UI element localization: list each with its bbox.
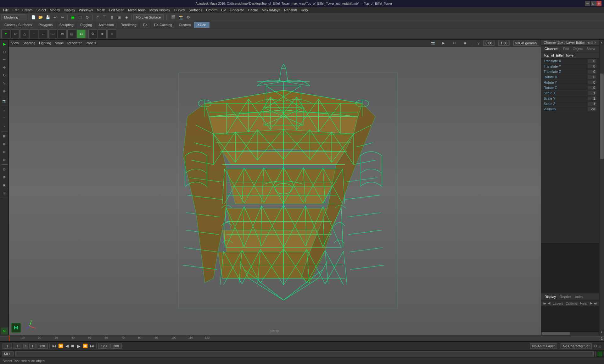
menu-help[interactable]: Help	[299, 8, 310, 13]
minimize-button[interactable]: ─	[585, 1, 590, 6]
channel-row-rx[interactable]: Rotate X 0	[541, 74, 599, 80]
no-live-surface-btn[interactable]: No Live Surface	[133, 14, 164, 20]
menu-edit-mesh[interactable]: Edit Mesh	[107, 8, 126, 13]
snap-curve-lt[interactable]: ⌒	[1, 115, 8, 122]
cb-tab-object[interactable]: Object	[572, 47, 584, 51]
panel-layout1[interactable]: ▦	[1, 132, 8, 140]
rscroll-thumb[interactable]	[600, 74, 604, 159]
panel-layout3[interactable]: ▥	[1, 148, 8, 156]
layer-tab-render[interactable]: Render	[559, 295, 572, 299]
move-tool[interactable]: ✛	[1, 64, 8, 71]
shelf-icon-6[interactable]: ⛀	[48, 30, 57, 38]
channel-box-collapse-btn[interactable]: ◀	[587, 41, 590, 44]
channel-row-sy[interactable]: Scale Y 1	[541, 96, 599, 101]
render-btn3[interactable]: ⚙	[185, 14, 192, 21]
layer-help-btn[interactable]: Help	[580, 301, 587, 305]
play-fwd-btn[interactable]: ▶	[76, 344, 81, 349]
vp-icon-wireframe[interactable]: ⊡	[451, 40, 458, 47]
menu-select[interactable]: Select	[35, 8, 48, 13]
shelf-icon-7[interactable]: ⊗	[58, 30, 67, 38]
menu-generate[interactable]: Generate	[228, 8, 246, 13]
menu-display[interactable]: Display	[62, 8, 77, 13]
anim-layer-dropdown[interactable]: No Anim Layer	[530, 343, 557, 349]
snap-curve-btn[interactable]: ⌒	[101, 14, 108, 21]
channel-row-tz[interactable]: Translate Z 0	[541, 69, 599, 74]
layer-nav-prev[interactable]: ◀	[548, 301, 550, 305]
character-set-dropdown[interactable]: No Character Set	[561, 343, 592, 349]
new-file-btn[interactable]: 📄	[30, 14, 37, 21]
menu-mesh-tools[interactable]: Mesh Tools	[126, 8, 147, 13]
lasso-select-btn[interactable]: ⬚	[76, 14, 83, 21]
viewport-view-menu[interactable]: View	[11, 41, 19, 45]
snap-view-btn[interactable]: ⊞	[116, 14, 123, 21]
shelf-tab-curves-surfaces[interactable]: Curves / Surfaces	[1, 22, 35, 28]
shelf-tab-custom[interactable]: Custom	[176, 22, 194, 28]
shelf-icon-10[interactable]: ⚙	[88, 30, 97, 38]
shelf-icon-4[interactable]: ↕	[30, 30, 38, 38]
channel-box-float-btn[interactable]: ⊡	[590, 41, 593, 44]
channel-row-tx[interactable]: Translate X 0	[541, 58, 599, 64]
layer-tab-anim[interactable]: Anim	[574, 295, 584, 299]
panel-layout4[interactable]: ▧	[1, 156, 8, 163]
preferences-btn[interactable]: ⚙	[594, 344, 597, 348]
shelf-tab-fx-caching[interactable]: FX Caching	[151, 22, 176, 28]
snap-point-btn[interactable]: ⊕	[109, 14, 115, 21]
layer-options-menu[interactable]: Layers	[553, 301, 563, 305]
shelf-tab-rendering[interactable]: Rendering	[117, 22, 140, 28]
snap-grid-lt[interactable]: #	[1, 107, 8, 114]
mode-dropdown[interactable]: Modeling	[1, 14, 26, 20]
stop-btn[interactable]: ⏹	[70, 344, 76, 348]
vp-icon-camera[interactable]: 📷	[429, 40, 436, 47]
vp-gamma-value1[interactable]: 0.00	[483, 41, 495, 46]
menu-redshift[interactable]: Redshift	[282, 8, 299, 13]
step-back-btn[interactable]: ⏪	[58, 344, 64, 348]
rotate-tool[interactable]: ↻	[1, 72, 8, 79]
layer-nav-first[interactable]: ⏮	[543, 301, 546, 305]
paint-select-btn[interactable]: ⊙	[84, 14, 91, 21]
maximize-button[interactable]: □	[591, 1, 596, 6]
vp-colorspace-dropdown[interactable]: sRGB gamma	[513, 41, 538, 46]
channel-row-vis[interactable]: Visibility on	[541, 107, 599, 112]
viewport-shading-menu[interactable]: Shading	[23, 41, 35, 45]
right-scroll-track[interactable]	[542, 332, 598, 335]
menu-mesh[interactable]: Mesh	[95, 8, 107, 13]
channel-row-ty[interactable]: Translate Y 0	[541, 64, 599, 69]
render-btn2[interactable]: 📸	[177, 14, 184, 21]
shelf-icon-8[interactable]: ▤	[67, 30, 76, 38]
close-button[interactable]: ✕	[596, 1, 601, 6]
shelf-tab-animation[interactable]: Animation	[95, 22, 117, 28]
playback-speed-btn[interactable]: ⊞	[598, 344, 601, 348]
channel-box-close-btn[interactable]: ✕	[594, 41, 596, 44]
layer-options-btn[interactable]: Options	[566, 301, 578, 305]
open-file-btn[interactable]: 📂	[37, 14, 44, 21]
shelf-icon-2[interactable]: ⊙	[11, 30, 20, 38]
viewport-lighting-menu[interactable]: Lighting	[39, 41, 51, 45]
mel-python-toggle[interactable]: MEL	[2, 351, 14, 356]
shelf-icon-1[interactable]: ✦	[1, 30, 10, 38]
timeline-row[interactable]: 10 20 30 40 50 60 70 80 90 100 110 120 1	[0, 335, 604, 341]
vp-icon-smooth[interactable]: ◉	[461, 40, 468, 47]
shelf-icon-9[interactable]: ⊡	[77, 30, 86, 38]
menu-surfaces[interactable]: Surfaces	[187, 8, 204, 13]
layer-tab-display[interactable]: Display	[544, 295, 557, 299]
cb-tab-edit[interactable]: Edit	[562, 47, 570, 51]
display-settings4[interactable]: ◫	[1, 189, 8, 197]
shelf-tab-sculpting[interactable]: Sculpting	[56, 22, 77, 28]
render-btn1[interactable]: 🎬	[170, 14, 176, 21]
go-start-btn[interactable]: ⏮	[51, 344, 57, 348]
menu-edit[interactable]: Edit	[11, 8, 20, 13]
menu-cache[interactable]: Cache	[246, 8, 260, 13]
universal-manip[interactable]: ⊕	[1, 87, 8, 95]
menu-create[interactable]: Create	[20, 8, 35, 13]
select-tool-btn[interactable]: ▣	[69, 14, 76, 21]
menu-modify[interactable]: Modify	[48, 8, 62, 13]
shelf-icon-5[interactable]: ↔	[39, 30, 48, 38]
channel-row-sz[interactable]: Scale Z 1	[541, 101, 599, 107]
frame-end-input[interactable]	[36, 344, 48, 349]
frame-range-end[interactable]	[98, 344, 109, 349]
layer-nav-last[interactable]: ⏭	[594, 301, 597, 305]
shelf-icon-11[interactable]: ◈	[98, 30, 107, 38]
save-file-btn[interactable]: 💾	[44, 14, 51, 21]
rscroll-down-btn[interactable]: ▼	[600, 330, 604, 334]
shelf-tab-fx[interactable]: FX	[140, 22, 151, 28]
